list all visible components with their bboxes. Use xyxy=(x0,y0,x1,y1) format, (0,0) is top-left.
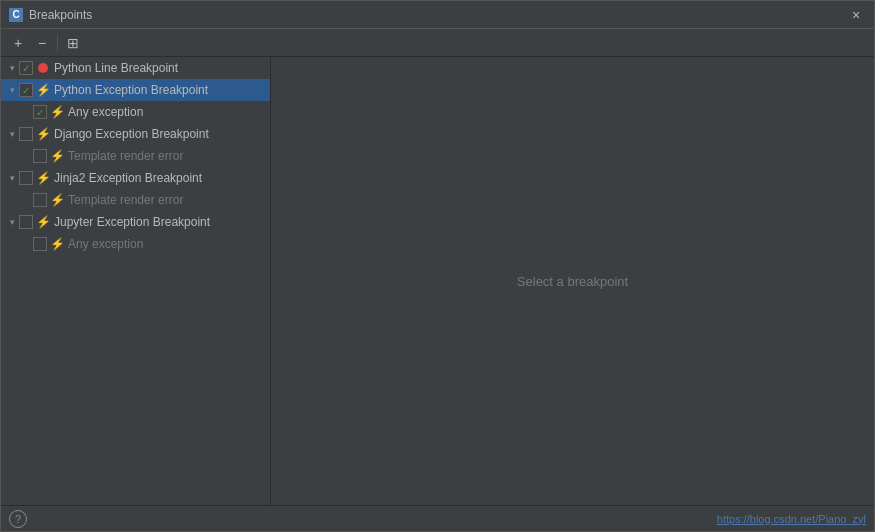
tree-row[interactable]: ⚡ Jupyter Exception Breakpoint xyxy=(1,211,270,233)
tree-row[interactable]: ⚡ Python Exception Breakpoint xyxy=(1,79,270,101)
bolt-icon: ⚡ xyxy=(50,105,65,119)
checkbox[interactable] xyxy=(33,193,47,207)
checkbox[interactable] xyxy=(19,127,33,141)
bolt-dim-icon: ⚡ xyxy=(50,149,65,163)
close-button[interactable]: × xyxy=(846,5,866,25)
right-panel: Select a breakpoint xyxy=(271,57,874,505)
chevron-icon[interactable] xyxy=(5,57,19,79)
tree-row[interactable]: ⚡ Template render error xyxy=(1,145,270,167)
breakpoints-window: C Breakpoints × + − ⊞ Python Line Breakp… xyxy=(0,0,875,532)
checkbox[interactable] xyxy=(19,171,33,185)
item-label: Python Exception Breakpoint xyxy=(54,83,208,97)
item-label: Any exception xyxy=(68,237,143,251)
help-button[interactable]: ? xyxy=(9,510,27,528)
tree-row[interactable]: ⚡ Any exception xyxy=(1,101,270,123)
title-bar: C Breakpoints × xyxy=(1,1,874,29)
app-icon: C xyxy=(9,8,23,22)
tree-row[interactable]: ⚡ Any exception xyxy=(1,233,270,255)
window-title: Breakpoints xyxy=(29,8,92,22)
checkbox[interactable] xyxy=(19,83,33,97)
bolt-dim-icon: ⚡ xyxy=(50,237,65,251)
tree-row[interactable]: ⚡ Template render error xyxy=(1,189,270,211)
chevron-icon[interactable] xyxy=(5,211,19,233)
item-label: Template render error xyxy=(68,193,183,207)
breakpoint-icon: ⚡ xyxy=(35,170,51,186)
item-label: Django Exception Breakpoint xyxy=(54,127,209,141)
item-label: Any exception xyxy=(68,105,143,119)
checkbox[interactable] xyxy=(33,237,47,251)
tree-row[interactable]: Python Line Breakpoint xyxy=(1,57,270,79)
breakpoint-icon: ⚡ xyxy=(49,236,65,252)
tree-row[interactable]: ⚡ Django Exception Breakpoint xyxy=(1,123,270,145)
item-label: Jupyter Exception Breakpoint xyxy=(54,215,210,229)
bolt-dim-icon: ⚡ xyxy=(50,193,65,207)
select-breakpoint-text: Select a breakpoint xyxy=(517,274,628,289)
circle-red-icon xyxy=(38,63,48,73)
breakpoint-icon xyxy=(35,60,51,76)
bolt-icon: ⚡ xyxy=(36,83,51,97)
chevron-icon[interactable] xyxy=(5,167,19,189)
toolbar: + − ⊞ xyxy=(1,29,874,57)
breakpoint-icon: ⚡ xyxy=(35,82,51,98)
bottom-bar: ? https://blog.csdn.net/Piano_zyl xyxy=(1,505,874,531)
bolt-icon: ⚡ xyxy=(36,215,51,229)
view-button[interactable]: ⊞ xyxy=(62,32,84,54)
item-label: Python Line Breakpoint xyxy=(54,61,178,75)
item-label: Template render error xyxy=(68,149,183,163)
item-label: Jinja2 Exception Breakpoint xyxy=(54,171,202,185)
toolbar-separator xyxy=(57,35,58,51)
tree-row[interactable]: ⚡ Jinja2 Exception Breakpoint xyxy=(1,167,270,189)
bolt-icon: ⚡ xyxy=(36,127,51,141)
chevron-icon[interactable] xyxy=(5,79,19,101)
breakpoint-icon: ⚡ xyxy=(35,214,51,230)
bolt-icon: ⚡ xyxy=(36,171,51,185)
checkbox[interactable] xyxy=(19,61,33,75)
add-button[interactable]: + xyxy=(7,32,29,54)
title-bar-left: C Breakpoints xyxy=(9,8,92,22)
bottom-link[interactable]: https://blog.csdn.net/Piano_zyl xyxy=(717,513,866,525)
remove-button[interactable]: − xyxy=(31,32,53,54)
breakpoint-icon: ⚡ xyxy=(35,126,51,142)
checkbox[interactable] xyxy=(19,215,33,229)
breakpoints-tree: Python Line Breakpoint ⚡ Python Exceptio… xyxy=(1,57,271,505)
chevron-icon[interactable] xyxy=(5,123,19,145)
breakpoint-icon: ⚡ xyxy=(49,148,65,164)
breakpoint-icon: ⚡ xyxy=(49,192,65,208)
content-area: Python Line Breakpoint ⚡ Python Exceptio… xyxy=(1,57,874,505)
checkbox[interactable] xyxy=(33,105,47,119)
checkbox[interactable] xyxy=(33,149,47,163)
breakpoint-icon: ⚡ xyxy=(49,104,65,120)
